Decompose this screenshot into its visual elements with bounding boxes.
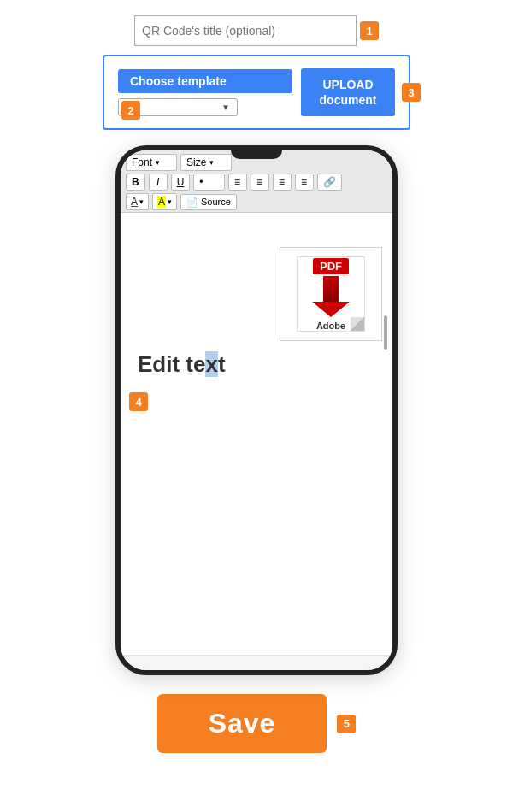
align-right-button[interactable]: ≡ (273, 174, 292, 191)
edit-text-prefix: Edit te (138, 351, 205, 377)
qr-title-input[interactable] (134, 15, 357, 46)
editor-content[interactable]: PDF Adobe 4 Edit text (121, 213, 392, 655)
bg-color-label: A (157, 196, 166, 208)
editor-toolbar: Font ▾ Size ▾ B I U • ≡ ≡ ≡ ≡ 🔗 (121, 150, 392, 213)
edit-text-highlight: x (205, 351, 217, 377)
size-dropdown-icon: ▾ (209, 158, 214, 167)
bg-color-button[interactable]: A ▾ (152, 193, 177, 210)
align-left-button[interactable]: ≡ (228, 174, 247, 191)
adobe-label: Adobe (316, 321, 345, 331)
scrollbar[interactable] (384, 315, 387, 350)
toolbar-row2: B I U • ≡ ≡ ≡ ≡ 🔗 (126, 174, 387, 191)
edit-text-suffix: t (218, 351, 226, 377)
pdf-arrow-body (323, 276, 339, 302)
phone-inner: Font ▾ Size ▾ B I U • ≡ ≡ ≡ ≡ 🔗 (121, 150, 392, 670)
template-left: Choose template ▼ (118, 69, 292, 116)
font-color-label: A (131, 196, 138, 208)
choose-template-button[interactable]: Choose template (118, 69, 292, 93)
bold-button[interactable]: B (126, 174, 145, 191)
link-button[interactable]: 🔗 (317, 174, 342, 191)
underline-button[interactable]: U (171, 174, 191, 191)
align-center-button[interactable]: ≡ (251, 174, 269, 191)
phone-mockup: Font ▾ Size ▾ B I U • ≡ ≡ ≡ ≡ 🔗 (115, 145, 398, 675)
chevron-down-icon: ▼ (221, 103, 230, 112)
bg-color-dropdown-icon: ▾ (168, 197, 172, 206)
font-color-button[interactable]: A ▾ (126, 193, 149, 210)
source-button[interactable]: 📄 Source (180, 194, 237, 210)
pdf-label: PDF (313, 258, 349, 274)
list-button[interactable]: • (193, 174, 224, 191)
size-label: Size (186, 156, 206, 168)
phone-bottom-text: . (127, 659, 130, 668)
pdf-icon: PDF Adobe (312, 258, 350, 331)
badge-4: 4 (129, 392, 148, 411)
template-section: Choose template ▼ UPLOAD document 2 3 (103, 55, 410, 130)
size-select[interactable]: Size ▾ (180, 154, 232, 171)
pdf-page: PDF Adobe (297, 256, 365, 332)
badge-3: 3 (402, 83, 421, 102)
source-icon: 📄 (186, 197, 198, 208)
source-label: Source (201, 197, 231, 207)
badge-5: 5 (337, 715, 356, 733)
align-justify-button[interactable]: ≡ (295, 174, 314, 191)
title-section: 1 (0, 0, 513, 46)
pdf-arrow-head (312, 302, 350, 317)
font-select[interactable]: Font ▾ (126, 154, 177, 171)
toolbar-row3: A ▾ A ▾ 📄 Source (126, 193, 387, 210)
upload-document-button[interactable]: UPLOAD document (301, 68, 395, 116)
badge-2: 2 (121, 101, 140, 120)
phone-notch (231, 150, 282, 159)
font-dropdown-icon: ▾ (156, 158, 160, 167)
badge-1: 1 (360, 21, 379, 40)
pdf-arrow (312, 276, 350, 317)
edit-text-area[interactable]: Edit text (131, 351, 382, 378)
save-button[interactable]: Save (157, 694, 327, 753)
pdf-preview: PDF Adobe (280, 247, 382, 341)
save-section: Save 5 (0, 694, 513, 753)
italic-button[interactable]: I (149, 174, 168, 191)
font-color-dropdown-icon: ▾ (139, 197, 144, 206)
font-label: Font (132, 156, 152, 168)
